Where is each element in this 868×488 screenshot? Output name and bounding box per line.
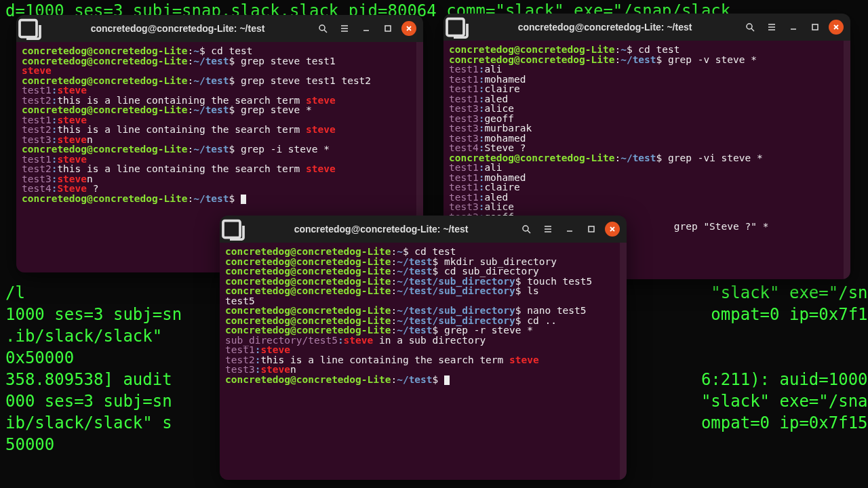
maximize-button[interactable] [583, 221, 599, 237]
titlebar[interactable]: concretedog@concretedog-Lite: ~/test [220, 216, 627, 243]
maximize-button[interactable] [807, 19, 823, 35]
window-title: concretedog@concretedog-Lite: ~/test [43, 23, 312, 34]
svg-rect-6 [223, 221, 240, 238]
svg-rect-0 [20, 20, 37, 37]
new-tab-button[interactable] [220, 216, 247, 243]
search-button[interactable] [315, 20, 331, 37]
svg-point-4 [747, 24, 752, 29]
menu-button[interactable] [540, 221, 556, 237]
window-title: concretedog@concretedog-Lite: ~/test [471, 22, 739, 33]
svg-point-1 [319, 25, 325, 30]
close-button[interactable] [829, 20, 844, 35]
svg-rect-5 [812, 24, 818, 30]
titlebar[interactable]: concretedog@concretedog-Lite: ~/test [16, 15, 423, 42]
menu-button[interactable] [764, 19, 780, 35]
close-button[interactable] [401, 21, 416, 36]
new-tab-button[interactable] [443, 14, 471, 41]
scrollbar[interactable] [844, 41, 850, 279]
minimize-button[interactable] [561, 221, 578, 237]
terminal-window-3[interactable]: concretedog@concretedog-Lite: ~/test con… [220, 216, 627, 480]
menu-button[interactable] [336, 20, 353, 37]
search-button[interactable] [742, 19, 758, 35]
minimize-button[interactable] [358, 20, 374, 37]
titlebar[interactable]: concretedog@concretedog-Lite: ~/test [443, 14, 850, 41]
minimize-button[interactable] [785, 19, 802, 35]
maximize-button[interactable] [380, 20, 396, 37]
search-button[interactable] [518, 221, 534, 237]
svg-rect-2 [385, 26, 391, 31]
svg-rect-8 [589, 226, 594, 232]
window-title: concretedog@concretedog-Lite: ~/test [247, 224, 515, 235]
svg-point-7 [523, 226, 528, 231]
svg-rect-3 [447, 19, 464, 36]
new-tab-button[interactable] [16, 15, 43, 42]
scrollbar[interactable] [620, 243, 627, 480]
close-button[interactable] [605, 222, 620, 237]
terminal-content[interactable]: concretedog@concretedog-Lite:~$ cd testc… [220, 243, 627, 480]
